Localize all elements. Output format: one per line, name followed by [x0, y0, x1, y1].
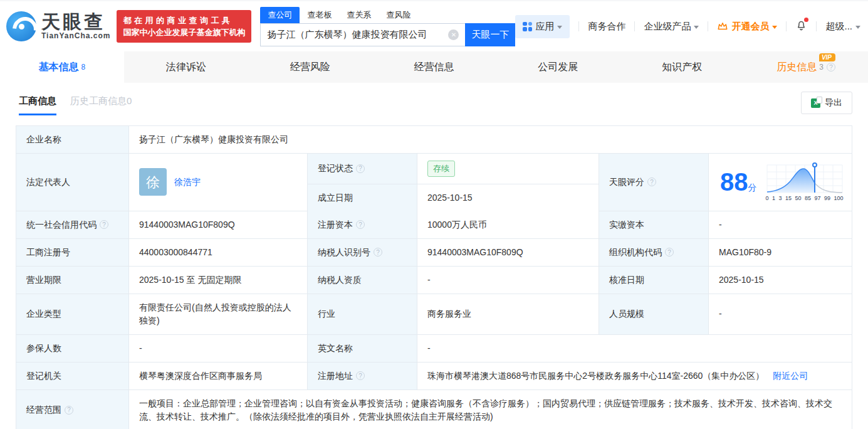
search-input[interactable]: [261, 29, 448, 40]
tab-legal-litigation[interactable]: 法律诉讼: [124, 51, 248, 83]
bell-curve-chart: [766, 161, 844, 194]
search-section: 查公司 查老板 查关系 查风险 天眼一下: [260, 6, 515, 46]
org-code-value: MAG10F80-9: [709, 239, 852, 267]
taxpayer-quality-label: 纳税人资质: [308, 267, 417, 294]
table-row: 经营范围 一般项目：企业总部管理；企业管理咨询；以自有资金从事投资活动；健康咨询…: [16, 390, 852, 429]
business-scope-label: 经营范围: [16, 390, 129, 429]
insured-count-label: 参保人数: [16, 335, 129, 363]
help-icon[interactable]: [665, 248, 674, 257]
nav-cooperation[interactable]: 商务合作: [588, 21, 625, 33]
logo-title: 天眼查: [41, 13, 110, 31]
reg-status-label: 登记状态: [308, 154, 417, 184]
company-type-value: 有限责任公司(自然人投资或控股的法人独资): [129, 294, 308, 335]
legal-rep-label: 法定代表人: [16, 154, 129, 211]
table-row: 营业期限 2025-10-15 至 无固定期限 纳税人资质 - 核准日期 202…: [16, 267, 852, 294]
score-chart: 01 315 5085 9799 100: [766, 161, 844, 203]
apps-menu[interactable]: 应用: [515, 15, 570, 38]
tab-history-info[interactable]: VIP 历史信息 3: [744, 51, 868, 83]
subtab-business-info[interactable]: 工商信息: [19, 95, 56, 115]
logo-text: 天眼查 TianYanCha.com: [41, 13, 110, 40]
open-vip-button[interactable]: 开通会员: [717, 21, 777, 33]
help-icon[interactable]: [65, 406, 73, 415]
help-icon[interactable]: [647, 177, 656, 186]
tab-count: 8: [81, 63, 86, 72]
search-bar: 天眼一下: [260, 23, 515, 46]
vip-label: 开通会员: [731, 21, 769, 33]
company-name-label: 企业名称: [16, 126, 129, 154]
search-tab-risk[interactable]: 查风险: [379, 7, 418, 23]
table-row: 统一社会信用代码 91440003MAG10F809Q 注册资本 10000万人…: [16, 211, 852, 239]
reg-number-value: 440003000844771: [129, 239, 308, 267]
help-icon[interactable]: [356, 220, 365, 229]
tab-label: 公司发展: [538, 61, 578, 74]
help-icon[interactable]: [827, 63, 835, 72]
nearby-companies-link[interactable]: 附近公司: [773, 369, 808, 383]
label-text: 注册资本: [318, 218, 353, 231]
insured-count-value: -: [129, 335, 308, 363]
table-row: 企业名称 扬子江（广东横琴）健康投资有限公司: [16, 126, 852, 154]
vip-badge: VIP: [819, 53, 835, 61]
org-code-label: 组织机构代码: [599, 239, 709, 267]
help-icon[interactable]: [374, 248, 382, 257]
tab-intellectual-property[interactable]: 知识产权: [620, 51, 744, 83]
tab-operation-info[interactable]: 经营信息: [372, 51, 496, 83]
avatar[interactable]: 徐: [139, 168, 167, 196]
divider: [578, 21, 579, 31]
tab-label: 知识产权: [662, 61, 702, 74]
paid-capital-label: 实缴资本: [599, 211, 709, 239]
notification-bell-button[interactable]: [795, 19, 807, 33]
reg-number-label: 工商注册号: [16, 239, 129, 267]
score-marker-pin: [813, 163, 817, 167]
tab-company-development[interactable]: 公司发展: [496, 51, 620, 83]
divider: [708, 21, 708, 31]
label-text: 统一社会信用代码: [26, 218, 97, 231]
search-button[interactable]: 天眼一下: [465, 23, 515, 46]
table-row: 企业类型 有限责任公司(自然人投资或控股的法人独资) 行业 商务服务业 人员规模…: [16, 294, 852, 335]
help-icon[interactable]: [356, 164, 365, 173]
reg-address-label: 注册地址: [308, 363, 417, 390]
subtab-history-business-info[interactable]: 历史工商信息0: [70, 95, 132, 115]
est-date-value: 2025-10-15: [417, 184, 599, 211]
score-number: 88: [720, 168, 748, 196]
notification-dot: [804, 18, 808, 22]
legal-rep-link[interactable]: 徐浩宇: [174, 176, 201, 189]
search-tab-boss[interactable]: 查老板: [300, 7, 339, 23]
search-tabs: 查公司 查老板 查关系 查风险: [260, 6, 515, 23]
score-label: 天眼评分: [599, 154, 709, 211]
clear-search-icon[interactable]: [448, 29, 459, 40]
slogan-line2: 国家中小企业发展子基金旗下机构: [123, 26, 245, 38]
reg-status-value: 存续: [417, 154, 599, 184]
scope-text: 一般项目：企业总部管理；企业管理咨询；以自有资金从事投资活动；健康咨询服务（不含…: [139, 397, 842, 423]
crown-icon: [717, 21, 728, 32]
status-badge: 存续: [427, 161, 455, 177]
label-text: 注册地址: [318, 369, 353, 383]
company-type-label: 企业类型: [16, 294, 129, 335]
tab-label: 历史信息: [776, 61, 817, 74]
tab-count: 3: [819, 63, 824, 72]
english-name-label: 英文名称: [308, 335, 417, 363]
slogan-banner: 都在用的商业查询工具 国家中小企业发展子基金旗下机构: [117, 10, 251, 43]
tianyancha-logo[interactable]: 天眼查 TianYanCha.com: [6, 11, 110, 41]
tab-basic-info[interactable]: 基本信息 8: [0, 51, 124, 83]
tab-label: 法律诉讼: [166, 61, 206, 74]
nav-enterprise-products[interactable]: 企业级产品: [644, 21, 699, 33]
reg-capital-label: 注册资本: [308, 211, 417, 239]
chevron-down-icon: [694, 26, 699, 29]
score-value: 88分: [709, 154, 852, 211]
label-text: 组织机构代码: [609, 246, 662, 259]
user-account-menu[interactable]: 超级...: [825, 21, 860, 33]
help-icon[interactable]: [100, 220, 108, 229]
search-tab-relation[interactable]: 查关系: [339, 7, 379, 23]
tab-label: 经营风险: [290, 61, 330, 74]
export-button[interactable]: 导出: [801, 92, 852, 114]
address-text: 珠海市横琴港澳大道868号市民服务中心2号楼政务服务中心114室-2660（集中…: [427, 369, 764, 383]
est-date-label: 成立日期: [308, 184, 417, 211]
credit-code-label: 统一社会信用代码: [16, 211, 129, 239]
reg-authority-value: 横琴粤澳深度合作区商事服务局: [129, 363, 308, 390]
tab-operation-risk[interactable]: 经营风险: [248, 51, 372, 83]
search-tab-company[interactable]: 查公司: [260, 7, 300, 23]
status-date-block: 登记状态 存续 成立日期 2025-10-15: [308, 154, 599, 211]
business-info-table: 企业名称 扬子江（广东横琴）健康投资有限公司 法定代表人 徐 徐浩宇 登记状态 …: [16, 125, 852, 429]
help-icon[interactable]: [356, 371, 365, 380]
score-number-block: 88分: [720, 169, 757, 194]
